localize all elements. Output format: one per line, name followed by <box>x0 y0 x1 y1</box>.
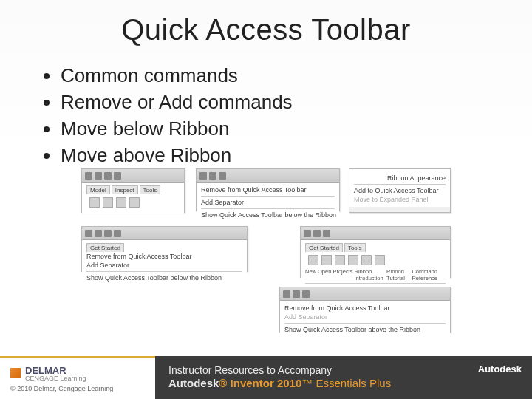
slide-title: Quick Access Toolbar <box>0 0 532 47</box>
screenshot-cluster: Model Inspect Tools Remove from Quick Ac… <box>81 168 451 338</box>
button-label: Command Reference <box>412 268 446 282</box>
screenshot-panel-3: Ribbon Appearance Add to Quick Access To… <box>349 168 451 213</box>
menu-item-label: Add Separator <box>201 198 335 207</box>
bullet-list: Common commands Remove or Add commands M… <box>44 63 532 169</box>
button-label: Ribbon Introduction <box>354 268 385 282</box>
menu-item-label: Add to Quick Access Toolbar <box>354 186 446 195</box>
screenshot-panel-1: Model Inspect Tools <box>81 168 185 213</box>
footer: DELMAR CENGAGE Learning © 2010 Delmar, C… <box>0 356 532 399</box>
menu-item-label: Show Quick Access Toolbar below the Ribb… <box>86 273 242 282</box>
footer-left: DELMAR CENGAGE Learning © 2010 Delmar, C… <box>0 356 155 399</box>
screenshot-panel-6: Remove from Quick Access Toolbar Add Sep… <box>279 287 451 332</box>
menu-item-label: Remove from Quick Access Toolbar <box>284 304 446 313</box>
footer-right: Autodesk Instructor Resources to Accompa… <box>155 356 532 399</box>
menu-item-label: Remove from Quick Access Toolbar <box>201 185 335 194</box>
tab-label: Tools <box>140 185 161 194</box>
delmar-logo: DELMAR CENGAGE Learning <box>10 365 155 382</box>
bullet-item: Move below Ribbon <box>61 116 532 143</box>
menu-item-label: Show Quick Access Toolbar above the Ribb… <box>284 325 446 334</box>
tab-label: Get Started <box>86 243 124 252</box>
footer-line2: Autodesk® Inventor 2010™ Essentials Plus <box>168 377 532 391</box>
tab-label: Model <box>86 185 110 194</box>
autodesk-logo: Autodesk <box>478 364 522 375</box>
tab-label: Tools <box>344 243 366 252</box>
copyright: © 2010 Delmar, Cengage Learning <box>10 385 155 392</box>
slide: Quick Access Toolbar Common commands Rem… <box>0 0 532 399</box>
screenshot-panel-4: Get Started Remove from Quick Access Too… <box>81 226 248 272</box>
menu-item-label: Add Separator <box>284 313 446 321</box>
bullet-item: Remove or Add commands <box>61 89 532 116</box>
screenshot-panel-2: Remove from Quick Access Toolbar Add Sep… <box>196 168 340 211</box>
button-label: Ribbon Tutorial <box>386 268 410 282</box>
menu-item-label: Remove from Quick Access Toolbar <box>86 252 242 261</box>
bullet-item: Move above Ribbon <box>61 143 532 169</box>
menu-item-label: Show Quick Access Toolbar below the Ribb… <box>201 211 335 219</box>
tab-label: Inspect <box>112 185 138 194</box>
menu-item-label: Add Separator <box>86 261 242 270</box>
delmar-logo-icon <box>10 368 21 378</box>
button-label: Open <box>318 268 331 282</box>
button-label: New <box>305 268 316 282</box>
menu-item-label: Ribbon Appearance <box>354 174 446 183</box>
button-label: Projects <box>332 268 352 282</box>
menu-item-label: Move to Expanded Panel <box>354 195 446 204</box>
tab-label: Get Started <box>305 243 343 252</box>
brand-sub: CENGAGE Learning <box>25 375 86 382</box>
screenshot-panel-5: Get Started Tools New Open Projects Ribb… <box>300 226 451 278</box>
bullet-item: Common commands <box>61 63 532 89</box>
